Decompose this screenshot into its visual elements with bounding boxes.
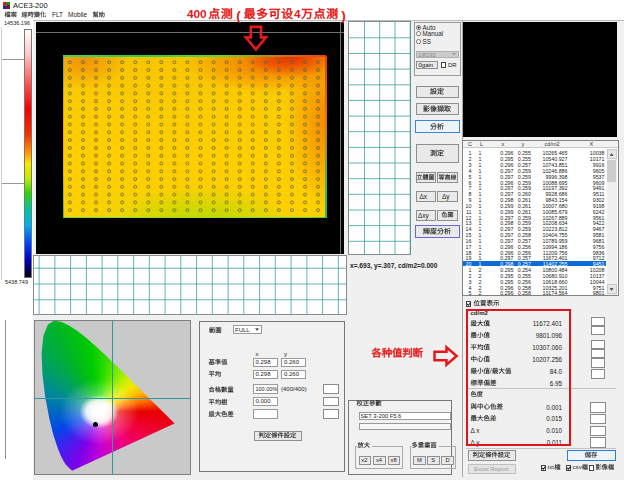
svg-text:400: 400 [187,7,207,21]
svg-text:/: / [490,367,492,374]
svg-text:4: 4 [294,7,301,21]
svg-text:txt: txt [548,463,555,470]
svg-text:): ) [341,8,346,23]
svg-text:csv: csv [573,463,583,470]
svg-text:(: ( [236,8,241,23]
